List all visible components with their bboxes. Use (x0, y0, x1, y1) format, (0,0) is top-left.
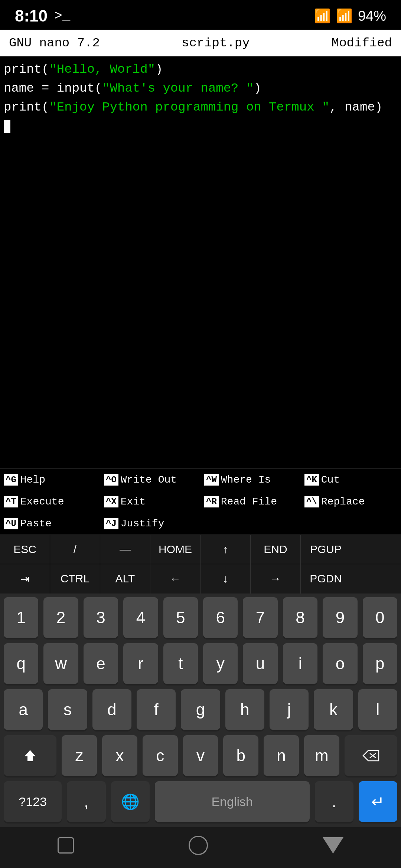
editor-line-1: print("Hello, World") (4, 60, 397, 79)
key-2[interactable]: 2 (43, 597, 78, 638)
shortcut-key-paste: ^U (4, 518, 18, 529)
key-g[interactable]: g (181, 689, 220, 730)
key-3[interactable]: 3 (84, 597, 118, 638)
shortcut-key-execute: ^T (4, 496, 18, 507)
shortcut-paste[interactable]: ^U Paste (0, 513, 100, 535)
key-0[interactable]: 0 (363, 597, 397, 638)
svg-marker-0 (25, 750, 36, 761)
key-7[interactable]: 7 (243, 597, 277, 638)
key-p[interactable]: p (363, 643, 397, 684)
key-4[interactable]: 4 (123, 597, 158, 638)
extra-keys-row1: ESC / — HOME ↑ END PGUP (0, 535, 401, 564)
key-n[interactable]: n (264, 735, 299, 776)
key-esc[interactable]: ESC (0, 535, 50, 564)
shortcut-key-replace: ^\ (304, 496, 319, 507)
key-r[interactable]: r (123, 643, 158, 684)
key-b[interactable]: b (223, 735, 258, 776)
editor-line-4 (4, 117, 397, 136)
key-1[interactable]: 1 (4, 597, 38, 638)
editor-line-3: print("Enjoy Python programming on Termu… (4, 98, 397, 117)
circle-icon (189, 836, 208, 855)
key-slash[interactable]: / (50, 535, 100, 564)
wifi-icon: 📶 (314, 8, 331, 24)
extra-keys-row2: ⇥ CTRL ALT ← ↓ → PGDN (0, 564, 401, 594)
shortcut-replace[interactable]: ^\ Replace (301, 491, 401, 513)
key-ctrl[interactable]: CTRL (50, 564, 100, 594)
shortcut-justify[interactable]: ^J Justify (100, 513, 200, 535)
key-down[interactable]: ↓ (200, 564, 251, 594)
key-pgdn[interactable]: PGDN (301, 564, 351, 594)
key-comma[interactable]: , (67, 781, 105, 822)
shortcut-label-where: Where Is (221, 474, 271, 486)
signal-icon: 📶 (336, 8, 353, 24)
key-x[interactable]: x (102, 735, 137, 776)
key-right[interactable]: → (251, 564, 301, 594)
key-o[interactable]: o (323, 643, 357, 684)
num-switch-key[interactable]: ?123 (4, 781, 62, 822)
nav-square-btn[interactable] (58, 837, 74, 854)
shortcut-exit[interactable]: ^X Exit (100, 491, 200, 513)
nano-version: GNU nano 7.2 (9, 36, 100, 50)
shortcut-cut[interactable]: ^K Cut (301, 469, 401, 491)
key-8[interactable]: 8 (283, 597, 317, 638)
key-d[interactable]: d (92, 689, 131, 730)
backspace-key[interactable] (345, 735, 397, 776)
enter-key[interactable]: ↵ (359, 781, 397, 822)
key-c[interactable]: c (143, 735, 178, 776)
shortcut-key-justify: ^J (104, 518, 118, 529)
key-q[interactable]: q (4, 643, 38, 684)
key-period[interactable]: . (315, 781, 353, 822)
key-z[interactable]: z (62, 735, 97, 776)
editor-area[interactable]: print("Hello, World") name = input("What… (0, 56, 401, 468)
terminal-prompt-icon: >_ (54, 9, 70, 24)
key-e[interactable]: e (84, 643, 118, 684)
status-time: 8:10 (15, 7, 48, 25)
nano-modified: Modified (332, 36, 392, 50)
shortcut-read[interactable]: ^R Read File (200, 491, 301, 513)
key-end[interactable]: END (251, 535, 301, 564)
shortcut-execute[interactable]: ^T Execute (0, 491, 100, 513)
key-l[interactable]: l (358, 689, 397, 730)
shortcut-label-cut: Cut (321, 474, 340, 486)
status-bar: 8:10 >_ 📶 📶 94% (0, 0, 401, 30)
key-alt[interactable]: ALT (100, 564, 150, 594)
space-key[interactable]: English (155, 781, 310, 822)
key-t[interactable]: t (163, 643, 198, 684)
key-k[interactable]: k (314, 689, 353, 730)
key-i[interactable]: i (283, 643, 317, 684)
key-h[interactable]: h (225, 689, 264, 730)
key-j[interactable]: j (270, 689, 309, 730)
nav-circle-btn[interactable] (189, 836, 208, 855)
shortcut-key-exit: ^X (104, 496, 118, 507)
shortcut-write[interactable]: ^O Write Out (100, 469, 200, 491)
nav-triangle-btn[interactable] (323, 837, 343, 854)
key-f[interactable]: f (137, 689, 176, 730)
key-s[interactable]: s (48, 689, 87, 730)
bottom-nav (0, 827, 401, 868)
key-up[interactable]: ↑ (200, 535, 251, 564)
key-m[interactable]: m (304, 735, 339, 776)
key-pgup[interactable]: PGUP (301, 535, 351, 564)
key-tab[interactable]: ⇥ (0, 564, 50, 594)
key-u[interactable]: u (243, 643, 277, 684)
shortcut-key-cut: ^K (304, 474, 319, 486)
key-home[interactable]: HOME (150, 535, 200, 564)
key-6[interactable]: 6 (203, 597, 238, 638)
shortcut-key-read: ^R (204, 496, 219, 507)
key-dash[interactable]: — (100, 535, 150, 564)
key-5[interactable]: 5 (163, 597, 198, 638)
key-y[interactable]: y (203, 643, 238, 684)
key-left[interactable]: ← (150, 564, 200, 594)
shortcut-label-paste: Paste (20, 518, 52, 529)
globe-key[interactable]: 🌐 (111, 781, 150, 822)
key-v[interactable]: v (183, 735, 218, 776)
key-a[interactable]: a (4, 689, 43, 730)
shortcut-label-justify: Justify (121, 518, 164, 529)
shortcut-where[interactable]: ^W Where Is (200, 469, 301, 491)
key-w[interactable]: w (43, 643, 78, 684)
key-9[interactable]: 9 (323, 597, 357, 638)
shortcut-help[interactable]: ^G Help (0, 469, 100, 491)
shift-key[interactable] (4, 735, 56, 776)
battery-label: 94% (358, 8, 386, 24)
shortcut-label-replace: Replace (321, 496, 365, 507)
